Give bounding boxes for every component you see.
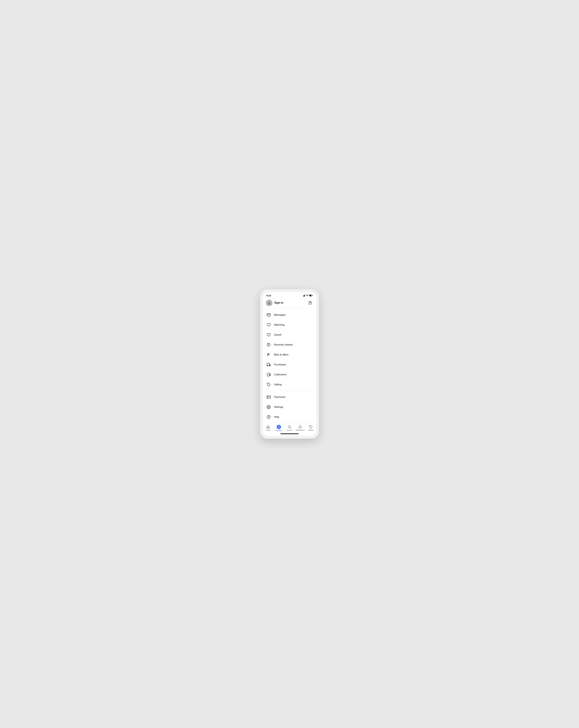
menu-list: Messages Watching Saved (263, 309, 316, 423)
nav-my-ebay[interactable]: My eBay (274, 425, 283, 431)
nav-home[interactable]: Home (263, 425, 273, 431)
svg-point-23 (268, 407, 269, 408)
battery-icon (309, 294, 312, 296)
menu-item-help[interactable]: Help (263, 412, 316, 422)
svg-point-26 (278, 426, 279, 427)
menu-divider (267, 391, 312, 391)
home-nav-icon (266, 425, 270, 429)
sign-in-button[interactable]: Sign in (274, 301, 283, 304)
search-nav-icon (288, 425, 291, 429)
gavel-icon (267, 353, 271, 357)
wifi-icon (306, 294, 308, 296)
watching-label: Watching (274, 323, 284, 327)
gear-icon (267, 405, 271, 409)
nav-search[interactable]: Search (285, 425, 294, 431)
selling-nav-label: Selling (308, 429, 313, 431)
heart-icon (267, 322, 271, 327)
svg-point-14 (267, 365, 268, 366)
search-nav-label: Search (287, 429, 292, 431)
menu-item-collections[interactable]: Collections (263, 370, 316, 380)
collections-icon (267, 372, 271, 377)
phone-screen: 9:15 (263, 292, 316, 436)
svg-marker-1 (304, 295, 304, 296)
purchases-label: Purchases (274, 363, 286, 366)
card-icon (267, 395, 271, 399)
help-icon (267, 415, 271, 419)
saved-heart-icon (267, 333, 271, 337)
svg-rect-13 (267, 363, 269, 365)
home-bar (280, 434, 299, 434)
svg-marker-2 (304, 295, 305, 296)
payments-label: Payments (274, 396, 285, 398)
tag-icon (267, 382, 271, 387)
selling-top-label: Selling (274, 383, 282, 386)
user-avatar-icon (267, 301, 271, 305)
settings-label: Settings (274, 406, 283, 409)
home-nav-label: Home (266, 429, 270, 431)
saved-label: Saved (274, 333, 281, 336)
svg-point-4 (307, 296, 307, 296)
menu-item-selling-top[interactable]: Selling (263, 380, 316, 390)
nav-notifications[interactable]: Notifications (296, 425, 305, 431)
menu-item-purchases[interactable]: Purchases (263, 360, 316, 370)
notifications-nav-icon (298, 425, 302, 429)
home-indicator (263, 432, 316, 436)
svg-rect-6 (312, 295, 312, 296)
clock-icon (267, 342, 271, 347)
my-ebay-nav-icon (277, 425, 280, 428)
menu-item-payments[interactable]: Payments (263, 392, 316, 402)
notifications-nav-label: Notifications (296, 429, 305, 431)
menu-item-settings[interactable]: Settings (263, 402, 316, 412)
menu-item-messages[interactable]: Messages (263, 310, 316, 320)
svg-line-28 (290, 427, 291, 428)
phone-frame: 9:15 (260, 289, 319, 439)
avatar[interactable] (266, 300, 273, 306)
nav-selling[interactable]: Selling (306, 425, 316, 431)
menu-item-watching[interactable]: Watching (263, 320, 316, 330)
svg-rect-20 (267, 396, 271, 398)
truck-icon (267, 362, 271, 367)
messages-label: Messages (274, 313, 285, 316)
app-header: Sign in (263, 298, 316, 309)
bottom-nav: Home My eBay Search (263, 423, 316, 432)
status-bar: 9:15 (263, 292, 316, 298)
my-ebay-circle (277, 425, 281, 429)
collections-label: Collections (274, 373, 286, 376)
svg-marker-3 (305, 294, 305, 296)
status-icons (303, 294, 312, 296)
menu-item-recently-viewed[interactable]: Recently viewed (263, 340, 316, 350)
menu-item-saved[interactable]: Saved (263, 330, 316, 340)
my-ebay-nav-label: My eBay (276, 430, 282, 431)
selling-nav-icon (309, 425, 313, 429)
header-left: Sign in (266, 300, 283, 306)
signal-icon (303, 294, 305, 296)
cart-button[interactable] (307, 300, 313, 306)
envelope-icon (267, 313, 271, 317)
menu-item-bids-offers[interactable]: Bids & offers (263, 350, 316, 360)
svg-marker-0 (303, 295, 304, 296)
cart-icon (308, 301, 312, 305)
help-label: Help (274, 415, 279, 418)
status-time: 9:15 (267, 294, 271, 297)
svg-point-24 (267, 415, 270, 419)
recently-viewed-label: Recently viewed (274, 343, 293, 346)
svg-rect-16 (267, 373, 269, 376)
svg-rect-7 (309, 295, 311, 296)
bids-offers-label: Bids & offers (274, 353, 288, 356)
svg-point-15 (269, 365, 270, 366)
